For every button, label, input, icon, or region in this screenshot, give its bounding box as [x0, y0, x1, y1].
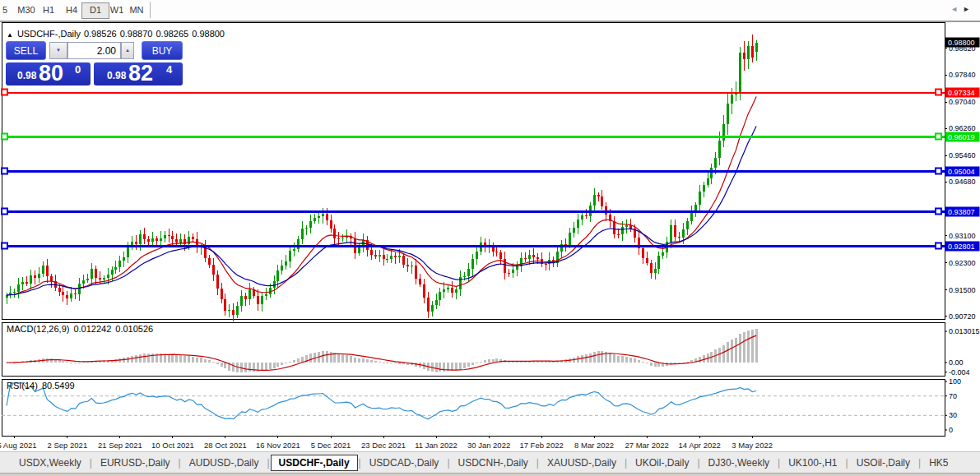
candle-body [228, 310, 230, 312]
candle-body [305, 228, 308, 229]
macd-bar [285, 363, 287, 363]
macd-bar [609, 353, 611, 363]
candle-body [722, 124, 725, 141]
macd-bar [82, 362, 85, 363]
buy-price-pip: 4 [166, 63, 172, 76]
volume-input[interactable] [67, 42, 121, 59]
line-handle[interactable] [936, 209, 941, 215]
candle-body [674, 225, 676, 237]
candle-body [236, 306, 239, 315]
line-handle[interactable] [936, 169, 941, 174]
price-level-badge-label: 0.96019 [948, 133, 975, 141]
line-handle[interactable] [936, 134, 941, 140]
candle-body [156, 238, 158, 240]
candle-body [147, 239, 150, 242]
macd-bar [398, 363, 401, 364]
date-axis-label: 14 Apr 2022 [679, 441, 721, 450]
candle-body [248, 289, 251, 299]
candle-body [107, 275, 109, 278]
macd-bar [484, 360, 486, 363]
macd-bar [168, 354, 170, 363]
line-handle[interactable] [2, 169, 7, 174]
candle-body [86, 279, 89, 280]
macd-bar [379, 362, 381, 363]
candle-body [314, 218, 316, 221]
candle-body [42, 266, 44, 274]
macd-bar [459, 363, 462, 369]
candle-body [467, 269, 470, 276]
macd-signal-value: 0.010526 [115, 324, 153, 334]
candle-body [394, 256, 397, 257]
macd-bar [751, 330, 754, 363]
candle-body [208, 258, 211, 265]
candle-body [99, 278, 101, 280]
macd-bar [613, 354, 615, 363]
date-axis-label: 8 Mar 2022 [574, 441, 614, 450]
candle-body [212, 265, 215, 275]
macd-bar [755, 329, 758, 363]
rsi-axis-label: 0 [949, 426, 953, 434]
candle-body [654, 269, 657, 273]
line-handle[interactable] [2, 243, 7, 249]
macd-bar [439, 363, 441, 372]
candle-body [318, 216, 320, 217]
panel-frame [2, 379, 945, 436]
candle-body [743, 53, 745, 59]
collapse-arrow-icon[interactable]: ▲ [7, 31, 13, 39]
buy-price-prefix: 0.98 [107, 70, 126, 81]
macd-bar [66, 362, 68, 363]
sell-button[interactable]: SELL [6, 41, 46, 60]
volume-decrease-icon[interactable]: ▼ [49, 42, 67, 59]
ohlc-high: 0.98870 [120, 29, 153, 39]
candle-body [402, 256, 405, 264]
date-axis-label: 17 Feb 2022 [519, 441, 563, 450]
macd-bar [131, 356, 133, 363]
candle-body [411, 266, 413, 267]
macd-bar [171, 354, 174, 363]
macd-bar [269, 363, 272, 369]
candle-body [528, 255, 531, 259]
macd-bar [362, 358, 365, 363]
macd-bar [394, 363, 397, 363]
candle-body [747, 46, 750, 59]
candle-body [569, 233, 571, 245]
macd-bar [289, 362, 291, 363]
line-handle[interactable] [936, 90, 941, 95]
price-level-badge-label: 0.95004 [948, 168, 975, 176]
macd-main-value: 0.012242 [73, 324, 111, 334]
macd-bar [589, 354, 592, 363]
line-handle[interactable] [2, 90, 7, 95]
candle-body [642, 248, 644, 258]
macd-bar [147, 354, 150, 363]
volume-increase-icon[interactable]: ▲ [121, 42, 134, 59]
rsi-header: RSI(14)80.5499 [7, 381, 79, 391]
candle-body [257, 296, 259, 305]
macd-bar [221, 363, 223, 367]
macd-bar [383, 363, 385, 363]
line-handle[interactable] [2, 209, 7, 215]
sell-price-display[interactable]: 0.98 80 0 [6, 62, 91, 85]
macd-bar [471, 363, 474, 365]
candle-body [341, 238, 344, 238]
line-handle[interactable] [2, 134, 7, 140]
candle-body [192, 237, 194, 238]
buy-price-display[interactable]: 0.98 82 4 [94, 62, 183, 85]
line-handle[interactable] [936, 243, 941, 249]
candle-body [439, 292, 441, 300]
macd-bar [743, 332, 745, 363]
macd-bar [330, 352, 332, 363]
candle-body [66, 295, 68, 298]
candle-body [261, 296, 263, 305]
candle-body [601, 196, 603, 206]
buy-button[interactable]: BUY [142, 41, 183, 60]
candle-body [703, 185, 705, 192]
candle-body [281, 266, 283, 271]
macd-bar [62, 361, 64, 363]
candle-body [293, 249, 295, 250]
candle-body [50, 276, 53, 280]
macd-bar [192, 357, 194, 363]
candle-body [91, 269, 93, 278]
macd-bar [646, 363, 648, 363]
price-axis-label: 0.91500 [949, 286, 976, 294]
macd-bar [200, 358, 202, 363]
